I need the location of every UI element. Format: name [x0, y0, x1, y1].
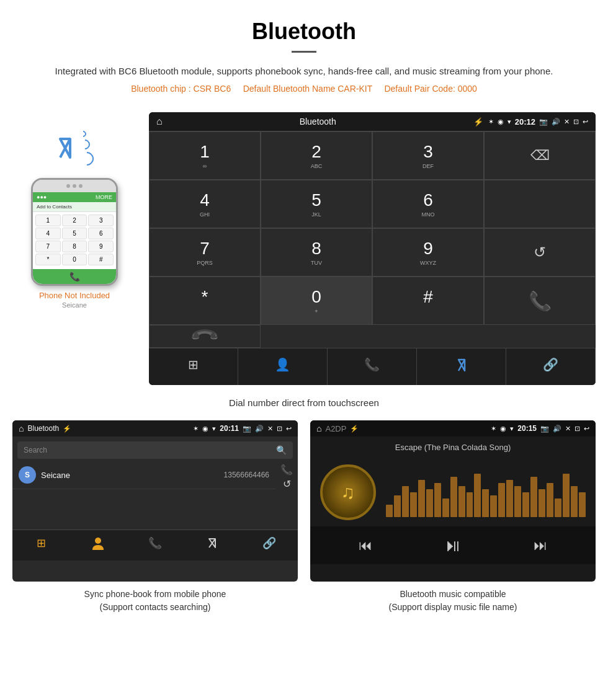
pb-nav-bt[interactable]: [184, 533, 241, 558]
phone-carrier: ●●●: [37, 194, 47, 200]
dial-key-star[interactable]: *: [149, 277, 261, 325]
dial-call-button-green[interactable]: 📞: [484, 277, 596, 325]
phone-key-6[interactable]: 6: [88, 228, 114, 239]
phone-key-5[interactable]: 5: [62, 228, 87, 239]
phone-key-star[interactable]: *: [35, 254, 61, 265]
window-icon[interactable]: ⊡: [573, 118, 579, 126]
phonebook-item: ⌂ Bluetooth ⚡ ✶ ◉ ▾ 20:11 📷 🔊 ✕ ⊡ ↩ Sear…: [12, 420, 298, 614]
waveform-bar: [579, 492, 586, 517]
specs-text: Bluetooth chip : CSR BC6 Default Bluetoo…: [12, 84, 596, 94]
page-header: Bluetooth Integrated with BC6 Bluetooth …: [0, 0, 608, 112]
home-icon[interactable]: ⌂: [156, 116, 163, 127]
dial-key-6[interactable]: 6 MNO: [372, 180, 484, 228]
phone-contact-bar: Add to Contacts: [33, 202, 116, 212]
waveform-bar: [386, 505, 393, 517]
spec-pair: Default Pair Code: 0000: [384, 84, 476, 94]
pb-nav-grid[interactable]: ⊞: [12, 533, 69, 558]
phone-key-4[interactable]: 4: [35, 228, 61, 239]
pb-win-icon[interactable]: ⊡: [277, 425, 282, 433]
phone-key-0[interactable]: 0: [62, 254, 87, 265]
spec-name: Default Bluetooth Name CAR-KIT: [243, 84, 372, 94]
pb-contact-row[interactable]: S Seicane 13566664466: [12, 461, 275, 489]
music-cam-icon[interactable]: 📷: [540, 425, 549, 433]
pb-back-icon[interactable]: ↩: [286, 425, 292, 433]
pb-bt-icon: ✶: [193, 425, 199, 433]
nav-user-button[interactable]: 👤: [238, 348, 328, 385]
camera-icon[interactable]: 📷: [539, 118, 548, 126]
pb-search-icon[interactable]: 🔍: [276, 445, 287, 455]
next-button[interactable]: ⏭: [534, 538, 547, 554]
phone-dot-3: [79, 184, 83, 188]
dialpad-status-bar: ⌂ Bluetooth ⚡ ✶ ◉ ▾ 20:12 📷 🔊 ✕ ⊡ ↩: [149, 112, 596, 131]
pb-search-placeholder: Search: [24, 446, 272, 454]
phone-key-hash[interactable]: #: [88, 254, 114, 265]
phone-key-3[interactable]: 3: [88, 215, 114, 226]
dial-key-0[interactable]: 0 +: [261, 277, 372, 325]
dial-key-2[interactable]: 2 ABC: [261, 131, 372, 180]
phone-call-icon[interactable]: 📞: [69, 272, 80, 281]
dial-key-9-num: 9: [379, 239, 477, 259]
waveform-bar: [506, 480, 513, 517]
dial-key-3-sub: DEF: [379, 163, 477, 169]
volume-icon[interactable]: 🔊: [552, 118, 560, 126]
phone-key-1[interactable]: 1: [35, 215, 61, 226]
pb-nav-link[interactable]: 🔗: [241, 533, 298, 558]
nav-link-button[interactable]: 🔗: [506, 348, 596, 385]
phone-key-2[interactable]: 2: [62, 215, 87, 226]
dial-key-5[interactable]: 5 JKL: [261, 180, 372, 228]
title-divider: [292, 51, 316, 53]
dialpad-grid: 1 ∞ 2 ABC 3 DEF ⌫ 4 GHI 5 JKL: [149, 131, 596, 348]
music-waveform: [386, 467, 586, 517]
dial-key-7[interactable]: 7 PQRS: [149, 228, 261, 277]
pb-contact-list: S Seicane 13566664466: [12, 461, 275, 492]
back-icon[interactable]: ↩: [583, 118, 588, 126]
dial-refresh-button[interactable]: ↺: [484, 228, 596, 277]
spec-chip: Bluetooth chip : CSR BC6: [131, 84, 231, 94]
music-back-icon[interactable]: ↩: [584, 425, 589, 433]
dial-key-9[interactable]: 9 WXYZ: [372, 228, 484, 277]
pb-nav-bt-icon: [207, 536, 217, 550]
waveform-bar: [458, 486, 465, 517]
nav-grid-button[interactable]: ⊞: [149, 348, 238, 385]
pb-cam-icon[interactable]: 📷: [243, 425, 251, 433]
pb-nav-phone[interactable]: 📞: [127, 533, 184, 558]
pb-caption: Sync phone-book from mobile phone (Suppo…: [12, 588, 298, 614]
music-album-area: ♫: [310, 458, 596, 526]
description-text: Integrated with BC6 Bluetooth module, su…: [12, 64, 596, 79]
pb-home-icon[interactable]: ⌂: [19, 423, 24, 433]
music-bt-icon: ✶: [491, 425, 496, 433]
music-vol-icon[interactable]: 🔊: [553, 425, 561, 433]
pb-search-bar: Search 🔍: [17, 441, 293, 459]
close-icon[interactable]: ✕: [564, 118, 570, 126]
pb-refresh-icon[interactable]: ↺: [280, 478, 293, 490]
pb-call-icon[interactable]: 📞: [280, 464, 293, 476]
dial-key-8[interactable]: 8 TUV: [261, 228, 372, 277]
dial-key-4-num: 4: [156, 190, 254, 210]
music-screen: ⌂ A2DP ⚡ ✶ ◉ ▾ 20:15 📷 🔊 ✕ ⊡ ↩ Escape (T…: [310, 420, 596, 582]
dial-delete-button[interactable]: ⌫: [484, 131, 596, 180]
phone-key-8[interactable]: 8: [62, 241, 87, 252]
dial-call-button-red[interactable]: 📞: [149, 325, 261, 348]
music-album-art: ♫: [320, 464, 376, 520]
pb-nav-user[interactable]: [69, 533, 127, 558]
pb-vol-icon[interactable]: 🔊: [255, 425, 264, 433]
waveform-bar: [571, 486, 578, 517]
pb-close-icon[interactable]: ✕: [267, 425, 273, 433]
music-win-icon[interactable]: ⊡: [574, 425, 580, 433]
waveform-bar: [547, 483, 553, 517]
prev-button[interactable]: ⏮: [359, 538, 372, 554]
dial-key-1[interactable]: 1 ∞: [149, 131, 261, 180]
dial-key-4[interactable]: 4 GHI: [149, 180, 261, 228]
bluetooth-symbol-icon: [55, 134, 75, 162]
play-pause-button[interactable]: ⏯: [444, 535, 462, 556]
phone-key-9[interactable]: 9: [88, 241, 114, 252]
nav-phone-button[interactable]: 📞: [328, 348, 417, 385]
dial-key-3[interactable]: 3 DEF: [372, 131, 484, 180]
dial-key-hash[interactable]: #: [372, 277, 484, 325]
phone-key-7[interactable]: 7: [35, 241, 61, 252]
dial-key-5-sub: JKL: [267, 211, 365, 218]
music-close-icon[interactable]: ✕: [565, 425, 571, 433]
music-home-icon[interactable]: ⌂: [316, 423, 321, 433]
nav-bt-button[interactable]: [417, 348, 506, 385]
pb-nav-user-icon: [92, 536, 104, 551]
